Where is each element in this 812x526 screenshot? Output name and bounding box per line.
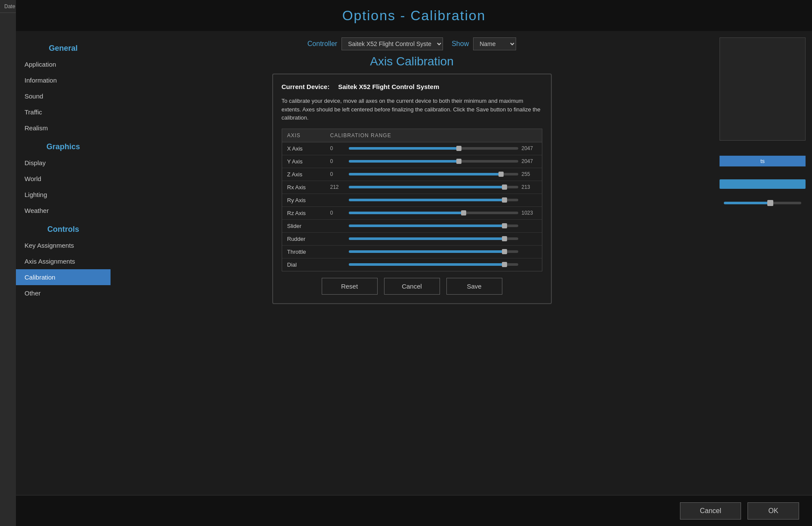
sidebar-item-traffic[interactable]: Traffic: [16, 104, 111, 120]
slider-thumb[interactable]: [498, 172, 504, 177]
sidebar-item-calibration[interactable]: Calibration: [16, 269, 111, 285]
range-max: 2047: [522, 158, 537, 164]
slider-track[interactable]: [349, 237, 518, 240]
axis-name: Rz Axis: [282, 206, 325, 219]
slider-fill: [349, 147, 459, 150]
table-row: Throttle: [282, 245, 542, 258]
device-name: Saitek X52 Flight Control System: [338, 83, 439, 90]
col-range: CALIBRATION RANGE: [325, 129, 542, 142]
slider-fill: [349, 225, 504, 227]
right-slider-label: ts: [720, 156, 806, 166]
axis-range[interactable]: [325, 232, 542, 245]
slider-thumb[interactable]: [502, 185, 507, 190]
sidebar-item-information[interactable]: Information: [16, 72, 111, 88]
sidebar-section-controls: Controls: [16, 218, 111, 237]
sidebar-item-weather[interactable]: Weather: [16, 203, 111, 218]
slider-thumb[interactable]: [456, 159, 461, 164]
range-max: 1023: [522, 210, 537, 216]
axis-range[interactable]: [325, 258, 542, 271]
axis-range[interactable]: [325, 219, 542, 232]
bottom-slider-container: [720, 197, 806, 209]
slider-thumb[interactable]: [502, 262, 507, 267]
slider-track[interactable]: [349, 250, 518, 253]
axis-name: Ry Axis: [282, 194, 325, 206]
sidebar-item-axis-assignments[interactable]: Axis Assignments: [16, 253, 111, 269]
content-area: General Application Information Sound Tr…: [16, 31, 812, 495]
main-panel: Controller Saitek X52 Flight Control Sys…: [111, 31, 713, 495]
range-max: 255: [522, 171, 537, 177]
sidebar: General Application Information Sound Tr…: [16, 31, 111, 495]
slider-track[interactable]: [349, 199, 518, 201]
sidebar-item-lighting[interactable]: Lighting: [16, 187, 111, 203]
bottom-slider-track[interactable]: [724, 202, 801, 204]
axis-range[interactable]: [325, 194, 542, 206]
axis-name: Throttle: [282, 245, 325, 258]
sidebar-item-world[interactable]: World: [16, 171, 111, 187]
slider-track[interactable]: [349, 186, 518, 188]
slider-track[interactable]: [349, 212, 518, 214]
sidebar-item-display[interactable]: Display: [16, 155, 111, 171]
show-select[interactable]: Name: [473, 37, 516, 50]
slider-fill: [349, 160, 459, 163]
axis-range[interactable]: [325, 245, 542, 258]
axis-name: Z Axis: [282, 168, 325, 181]
axis-name: Rx Axis: [282, 181, 325, 194]
slider-fill: [349, 199, 504, 201]
slider-thumb[interactable]: [502, 236, 507, 241]
table-row: X Axis02047: [282, 142, 542, 155]
slider-track[interactable]: [349, 263, 518, 266]
sidebar-item-application[interactable]: Application: [16, 56, 111, 72]
slider-thumb[interactable]: [502, 249, 507, 254]
sidebar-item-other[interactable]: Other: [16, 285, 111, 301]
slider-thumb[interactable]: [502, 223, 507, 228]
axis-range[interactable]: 02047: [325, 142, 542, 155]
calibration-table-wrapper[interactable]: AXIS CALIBRATION RANGE X Axis02047Y Axis…: [282, 129, 542, 271]
bottom-cancel-button[interactable]: Cancel: [680, 502, 741, 520]
reset-button[interactable]: Reset: [322, 278, 378, 295]
axis-range[interactable]: 01023: [325, 206, 542, 219]
slider-fill: [349, 250, 504, 253]
table-row: Rx Axis212213: [282, 181, 542, 194]
dialog-description: To calibrate your device, move all axes …: [282, 97, 542, 122]
axis-name: X Axis: [282, 142, 325, 155]
slider-track[interactable]: [349, 160, 518, 163]
table-row: Rz Axis01023: [282, 206, 542, 219]
sidebar-item-realism[interactable]: Realism: [16, 120, 111, 136]
axis-name: Dial: [282, 258, 325, 271]
range-max: 213: [522, 184, 537, 190]
slider-track[interactable]: [349, 173, 518, 175]
slider-fill: [349, 263, 504, 266]
range-min: 212: [330, 184, 345, 190]
slider-fill: [349, 173, 501, 175]
save-button[interactable]: Save: [446, 278, 502, 295]
axis-name: Y Axis: [282, 155, 325, 168]
main-overlay: Options - Calibration General Applicatio…: [16, 0, 812, 526]
axis-range[interactable]: 0255: [325, 168, 542, 181]
table-row: Z Axis0255: [282, 168, 542, 181]
sidebar-section-general: General: [16, 37, 111, 56]
controller-label: Controller: [308, 40, 337, 48]
sidebar-item-sound[interactable]: Sound: [16, 88, 111, 104]
slider-track[interactable]: [349, 225, 518, 227]
device-header: Current Device: Saitek X52 Flight Contro…: [282, 83, 542, 90]
page-title: Options - Calibration: [342, 8, 486, 24]
device-label: Current Device:: [282, 83, 330, 90]
slider-fill: [349, 212, 464, 214]
range-max: 2047: [522, 145, 537, 151]
slider-thumb[interactable]: [456, 146, 461, 151]
slider-thumb[interactable]: [461, 210, 466, 215]
right-panel: ts: [713, 31, 812, 495]
calibration-table: AXIS CALIBRATION RANGE X Axis02047Y Axis…: [282, 129, 542, 271]
bottom-ok-button[interactable]: OK: [747, 502, 799, 520]
slider-track[interactable]: [349, 147, 518, 150]
axis-range[interactable]: 02047: [325, 155, 542, 168]
controller-select[interactable]: Saitek X52 Flight Control Syste: [341, 37, 443, 50]
right-blue-bar: [720, 179, 806, 189]
axis-range[interactable]: 212213: [325, 181, 542, 194]
range-min: 0: [330, 158, 345, 164]
sidebar-item-key-assignments[interactable]: Key Assignments: [16, 237, 111, 253]
show-label: Show: [452, 40, 469, 48]
cancel-button[interactable]: Cancel: [384, 278, 440, 295]
col-axis: AXIS: [282, 129, 325, 142]
slider-thumb[interactable]: [502, 197, 507, 203]
